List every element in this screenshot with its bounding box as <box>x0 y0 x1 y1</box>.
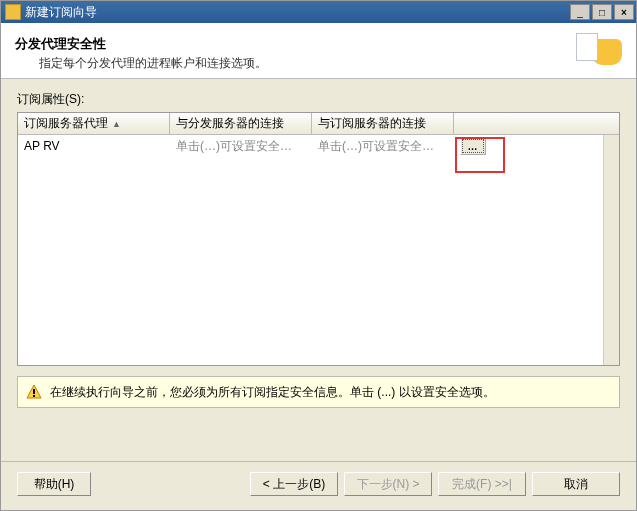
wizard-footer: 帮助(H) < 上一步(B) 下一步(N) > 完成(F) >>| 取消 <box>1 461 636 510</box>
col-agent-label: 订阅服务器代理 <box>24 115 108 132</box>
svg-rect-2 <box>33 395 35 397</box>
app-icon <box>5 4 21 20</box>
page-title: 分发代理安全性 <box>15 31 574 55</box>
cell-agent: AP RV <box>18 135 170 157</box>
titlebar[interactable]: 新建订阅向导 _ □ × <box>1 1 636 23</box>
sort-indicator-icon: ▲ <box>112 119 121 129</box>
info-panel: 在继续执行向导之前，您必须为所有订阅指定安全信息。单击 (...) 以设置安全选… <box>17 376 620 408</box>
window-controls: _ □ × <box>570 4 634 20</box>
window-title: 新建订阅向导 <box>25 4 570 21</box>
header-graphic-icon <box>574 31 622 71</box>
cancel-button[interactable]: 取消 <box>532 472 620 496</box>
col-agent[interactable]: 订阅服务器代理 ▲ <box>18 113 170 134</box>
col-dist-label: 与分发服务器的连接 <box>176 115 284 132</box>
svg-rect-1 <box>33 389 35 394</box>
cell-sub-conn: 单击(…)可设置安全… <box>312 135 454 157</box>
finish-button: 完成(F) >>| <box>438 472 526 496</box>
col-action <box>454 113 619 134</box>
page-subtitle: 指定每个分发代理的进程帐户和连接选项。 <box>15 55 574 72</box>
scrollbar[interactable] <box>603 135 619 365</box>
set-security-button[interactable]: … <box>460 137 486 155</box>
list-label: 订阅属性(S): <box>17 91 620 108</box>
warning-icon <box>26 384 42 400</box>
table-row[interactable]: AP RV 单击(…)可设置安全… 单击(…)可设置安全… … <box>18 135 619 157</box>
back-button[interactable]: < 上一步(B) <box>250 472 338 496</box>
col-sub-conn[interactable]: 与订阅服务器的连接 <box>312 113 454 134</box>
col-dist-conn[interactable]: 与分发服务器的连接 <box>170 113 312 134</box>
close-button[interactable]: × <box>614 4 634 20</box>
minimize-button[interactable]: _ <box>570 4 590 20</box>
info-text: 在继续执行向导之前，您必须为所有订阅指定安全信息。单击 (...) 以设置安全选… <box>50 384 495 401</box>
table-header: 订阅服务器代理 ▲ 与分发服务器的连接 与订阅服务器的连接 <box>18 113 619 135</box>
cell-action: … <box>454 135 619 157</box>
col-sub-label: 与订阅服务器的连接 <box>318 115 426 132</box>
cell-dist-conn: 单击(…)可设置安全… <box>170 135 312 157</box>
wizard-body: 订阅属性(S): 订阅服务器代理 ▲ 与分发服务器的连接 与订阅服务器的连接 A… <box>1 79 636 416</box>
subscription-table: 订阅服务器代理 ▲ 与分发服务器的连接 与订阅服务器的连接 AP RV 单击(…… <box>17 112 620 366</box>
help-button[interactable]: 帮助(H) <box>17 472 91 496</box>
wizard-header: 分发代理安全性 指定每个分发代理的进程帐户和连接选项。 <box>1 23 636 79</box>
wizard-window: 新建订阅向导 _ □ × 分发代理安全性 指定每个分发代理的进程帐户和连接选项。… <box>0 0 637 511</box>
next-button: 下一步(N) > <box>344 472 432 496</box>
maximize-button[interactable]: □ <box>592 4 612 20</box>
